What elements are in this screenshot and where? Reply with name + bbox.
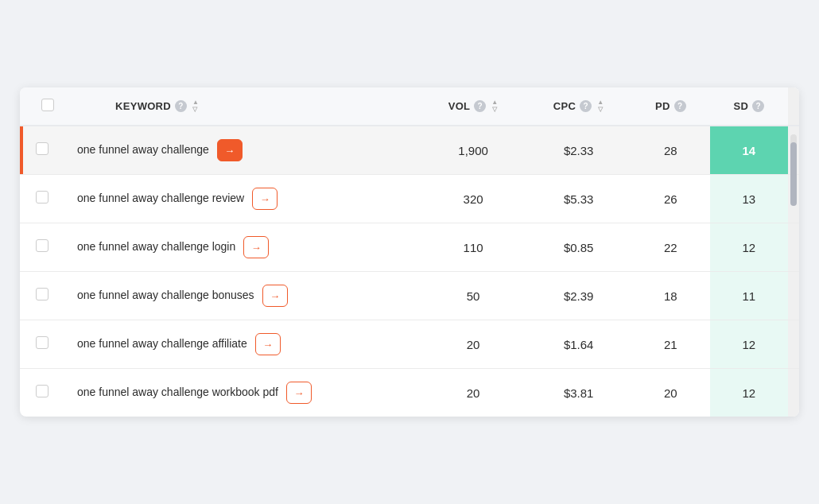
sd-cell: 11 bbox=[710, 272, 788, 320]
pd-cell: 28 bbox=[631, 126, 709, 175]
keyword-text: one funnel away challenge bonuses bbox=[77, 288, 254, 304]
sort-down-icon: ▽ bbox=[597, 107, 604, 113]
scrollbar-cell bbox=[788, 272, 799, 320]
keyword-arrow-button[interactable]: → bbox=[255, 333, 281, 355]
pd-cell: 20 bbox=[631, 369, 709, 417]
row-checkbox-cell bbox=[20, 320, 68, 369]
keyword-arrow-button[interactable]: → bbox=[286, 382, 312, 404]
scrollbar-header bbox=[788, 87, 799, 126]
cpc-cell: $3.81 bbox=[526, 369, 631, 417]
row-checkbox[interactable] bbox=[36, 191, 49, 204]
cpc-cell: $2.33 bbox=[526, 126, 631, 175]
sort-up-icon: ▲ bbox=[597, 99, 604, 106]
row-checkbox-cell bbox=[20, 272, 68, 320]
keyword-cell: one funnel away challenge review→ bbox=[68, 175, 421, 223]
cpc-cell: $2.39 bbox=[526, 272, 631, 320]
sd-info-icon[interactable]: ? bbox=[752, 100, 764, 112]
cpc-column-header: CPC ? ▲ ▽ bbox=[526, 87, 631, 126]
pd-cell: 26 bbox=[631, 175, 709, 223]
keyword-arrow-button[interactable]: → bbox=[217, 139, 243, 161]
table-row: one funnel away challenge login→110$0.85… bbox=[20, 223, 799, 272]
vol-sort-icons[interactable]: ▲ ▽ bbox=[491, 99, 498, 113]
vol-cell: 110 bbox=[421, 223, 526, 272]
keyword-cell: one funnel away challenge workbook pdf→ bbox=[68, 369, 421, 417]
keyword-arrow-button[interactable]: → bbox=[262, 285, 288, 307]
header-checkbox-cell bbox=[20, 87, 68, 126]
vol-cell: 320 bbox=[421, 175, 526, 223]
pd-cell: 22 bbox=[631, 223, 709, 272]
cpc-cell: $0.85 bbox=[526, 223, 631, 272]
vol-cell: 1,900 bbox=[421, 126, 526, 175]
pd-info-icon[interactable]: ? bbox=[674, 100, 686, 112]
vol-info-icon[interactable]: ? bbox=[474, 100, 486, 112]
cpc-cell: $5.33 bbox=[526, 175, 631, 223]
table-row: one funnel away challenge review→320$5.3… bbox=[20, 175, 799, 223]
table-row: one funnel away challenge affiliate→20$1… bbox=[20, 320, 799, 369]
row-checkbox-cell bbox=[20, 175, 68, 223]
keyword-column-label: KEYWORD bbox=[115, 100, 171, 112]
vol-cell: 20 bbox=[421, 320, 526, 369]
vol-column-header: VOL ? ▲ ▽ bbox=[421, 87, 526, 126]
sd-cell: 12 bbox=[710, 223, 788, 272]
row-checkbox[interactable] bbox=[36, 142, 49, 155]
sd-cell: 13 bbox=[710, 175, 788, 223]
keyword-arrow-button[interactable]: → bbox=[243, 236, 269, 258]
keyword-arrow-button[interactable]: → bbox=[252, 188, 278, 210]
keyword-cell: one funnel away challenge affiliate→ bbox=[68, 320, 421, 369]
keyword-table: KEYWORD ? ▲ ▽ VOL ? ▲ ▽ bbox=[20, 87, 799, 417]
keyword-text: one funnel away challenge affiliate bbox=[77, 336, 247, 352]
pd-cell: 18 bbox=[631, 272, 709, 320]
select-all-checkbox[interactable] bbox=[41, 99, 54, 111]
cpc-info-icon[interactable]: ? bbox=[580, 100, 592, 112]
row-checkbox[interactable] bbox=[36, 336, 49, 349]
keyword-cell: one funnel away challenge bonuses→ bbox=[68, 272, 421, 320]
row-checkbox-cell bbox=[20, 369, 68, 417]
sort-up-icon: ▲ bbox=[192, 99, 199, 106]
pd-cell: 21 bbox=[631, 320, 709, 369]
sd-cell: 12 bbox=[710, 320, 788, 369]
keyword-text: one funnel away challenge login bbox=[77, 239, 235, 255]
sort-down-icon: ▽ bbox=[192, 107, 199, 113]
keyword-cell: one funnel away challenge→ bbox=[68, 126, 421, 175]
pd-column-label: PD bbox=[655, 100, 670, 112]
scrollbar-cell bbox=[788, 320, 799, 369]
scrollbar-cell bbox=[788, 223, 799, 272]
pd-column-header: PD ? bbox=[631, 87, 709, 126]
cpc-column-label: CPC bbox=[553, 100, 576, 112]
table-row: one funnel away challenge workbook pdf→2… bbox=[20, 369, 799, 417]
row-checkbox-cell bbox=[20, 223, 68, 272]
scrollbar-cell bbox=[788, 126, 799, 175]
sort-down-icon: ▽ bbox=[491, 107, 498, 113]
vol-cell: 50 bbox=[421, 272, 526, 320]
row-checkbox[interactable] bbox=[36, 239, 49, 252]
sd-cell: 12 bbox=[710, 369, 788, 417]
scrollbar-thumb[interactable] bbox=[790, 142, 797, 206]
keyword-text: one funnel away challenge bbox=[77, 142, 209, 158]
keyword-cell: one funnel away challenge login→ bbox=[68, 223, 421, 272]
vol-cell: 20 bbox=[421, 369, 526, 417]
table-row: one funnel away challenge bonuses→50$2.3… bbox=[20, 272, 799, 320]
keyword-sort-icons[interactable]: ▲ ▽ bbox=[192, 99, 199, 113]
sd-column-label: SD bbox=[733, 100, 748, 112]
keyword-text: one funnel away challenge review bbox=[77, 191, 244, 207]
keyword-table-container: KEYWORD ? ▲ ▽ VOL ? ▲ ▽ bbox=[20, 87, 799, 417]
sort-up-icon: ▲ bbox=[491, 99, 498, 106]
sd-column-header: SD ? bbox=[710, 87, 788, 126]
row-checkbox[interactable] bbox=[36, 385, 49, 397]
table-row: one funnel away challenge→1,900$2.332814 bbox=[20, 126, 799, 175]
cpc-cell: $1.64 bbox=[526, 320, 631, 369]
scrollbar-cell bbox=[788, 369, 799, 417]
keyword-column-header: KEYWORD ? ▲ ▽ bbox=[68, 87, 421, 126]
keyword-text: one funnel away challenge workbook pdf bbox=[77, 385, 278, 401]
row-accent-border bbox=[20, 126, 23, 174]
sd-cell: 14 bbox=[710, 126, 788, 175]
keyword-info-icon[interactable]: ? bbox=[175, 100, 187, 112]
row-checkbox[interactable] bbox=[36, 288, 49, 300]
row-checkbox-cell bbox=[20, 126, 68, 175]
cpc-sort-icons[interactable]: ▲ ▽ bbox=[597, 99, 604, 113]
vol-column-label: VOL bbox=[448, 100, 471, 112]
